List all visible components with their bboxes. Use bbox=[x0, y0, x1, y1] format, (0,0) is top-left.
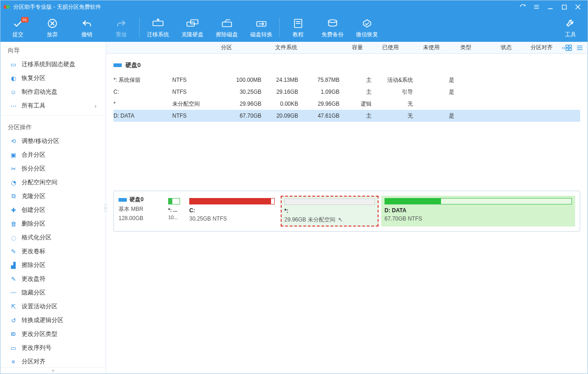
sidebar-item-migrate-ssd[interactable]: ▭迁移系统到固态硬盘 bbox=[0, 57, 106, 71]
sidebar-section-ops: 分区操作 bbox=[0, 119, 106, 134]
table-row[interactable]: D: DATA NTFS 67.70GB 20.09GB 47.61GB 主 无… bbox=[113, 110, 580, 122]
titlebar: 分区助手专业版 - 无损分区免费软件 bbox=[0, 0, 588, 13]
wipe-disk-button[interactable]: 擦除磁盘 bbox=[209, 13, 244, 42]
disk-icon bbox=[119, 197, 127, 203]
sidebar-expand-down[interactable]: ▾ bbox=[0, 367, 106, 374]
more-icon: ⋯ bbox=[10, 102, 17, 109]
view-grid-icon[interactable] bbox=[565, 45, 572, 51]
sidebar-item-clone-partition[interactable]: ⧉克隆分区 bbox=[0, 189, 106, 203]
sidebar-item-merge[interactable]: ▣合并分区 bbox=[0, 148, 106, 162]
col-filesystem[interactable]: 文件系统 bbox=[271, 44, 321, 51]
sidebar-item-split[interactable]: ✂拆分分区 bbox=[0, 162, 106, 176]
refresh-button[interactable] bbox=[516, 0, 530, 13]
sidebar-item-align[interactable]: ≡分区对齐 bbox=[0, 355, 106, 367]
cursor-icon: ↖ bbox=[338, 216, 343, 223]
sidebar-item-drive-letter[interactable]: ✎更改盘符 bbox=[0, 272, 106, 286]
svg-rect-23 bbox=[566, 48, 568, 51]
sidebar-item-hide[interactable]: 〰隐藏分区 bbox=[0, 286, 106, 300]
sidebar-item-format[interactable]: ◌格式化分区 bbox=[0, 231, 106, 244]
merge-icon: ▣ bbox=[10, 152, 17, 159]
table-row[interactable]: * 未分配空间 29.96GB 0.00KB 29.96GB 逻辑 无 bbox=[113, 98, 580, 110]
minimize-button[interactable] bbox=[543, 0, 557, 13]
tools-button[interactable]: 工具 bbox=[553, 13, 588, 42]
table-row[interactable]: *: 系统保留 NTFS 100.00MB 24.13MB 75.87MB 主 … bbox=[113, 74, 580, 86]
clone-icon: ⧉ bbox=[10, 193, 17, 200]
col-partition[interactable]: 分区 bbox=[217, 44, 271, 51]
tutorial-button[interactable]: 教程 bbox=[281, 13, 315, 42]
col-status[interactable]: 状态 bbox=[475, 44, 516, 51]
letter-icon: ✎ bbox=[10, 276, 17, 283]
disk-block-d[interactable]: D: DATA 67.70GB NTFS bbox=[381, 196, 575, 227]
sidebar-item-delete[interactable]: 🗑删除分区 bbox=[0, 217, 106, 231]
convert-icon: ↺ bbox=[10, 317, 17, 324]
disk-block-system-reserved[interactable]: *: ... 10... bbox=[165, 196, 183, 227]
serial-icon: ▭ bbox=[10, 345, 17, 351]
sidebar-resize-handle[interactable]: ‹ bbox=[104, 42, 107, 374]
sidebar-item-convert-logical[interactable]: ↺转换成逻辑分区 bbox=[0, 313, 106, 327]
undo-button[interactable]: 撤销 bbox=[69, 13, 104, 42]
discard-button[interactable]: 放弃 bbox=[35, 13, 69, 42]
sidebar: 向导 ▭迁移系统到固态硬盘 ◐恢复分区 ☺制作启动光盘 ⋯所有工具› 分区操作 … bbox=[0, 42, 106, 374]
sidebar-item-create[interactable]: ✚创建分区 bbox=[0, 203, 106, 217]
col-capacity[interactable]: 容量 bbox=[321, 44, 366, 51]
disc-icon: ☺ bbox=[10, 89, 17, 96]
col-unused[interactable]: 未使用 bbox=[402, 44, 443, 51]
sidebar-item-make-boot-cd[interactable]: ☺制作启动光盘 bbox=[0, 85, 106, 99]
col-used[interactable]: 已使用 bbox=[367, 44, 403, 51]
tag-icon: ✎ bbox=[10, 248, 17, 255]
svg-rect-15 bbox=[222, 22, 232, 27]
svg-rect-24 bbox=[569, 48, 571, 51]
allocate-icon: ◔ bbox=[10, 179, 17, 186]
sidebar-item-change-type[interactable]: ID更改分区类型 bbox=[0, 327, 106, 341]
view-list-icon[interactable] bbox=[577, 45, 583, 51]
svg-point-1 bbox=[6, 5, 10, 9]
migrate-os-button[interactable]: 迁移系统 bbox=[141, 13, 175, 42]
disk-block-c[interactable]: C: 30.25GB NTFS bbox=[186, 196, 278, 227]
close-button[interactable] bbox=[571, 0, 585, 13]
chevron-right-icon: › bbox=[95, 102, 96, 109]
sidebar-item-allocate[interactable]: ◔分配空闲空间 bbox=[0, 176, 106, 189]
submit-button[interactable]: 01 提交 bbox=[0, 13, 35, 42]
disk-icon bbox=[113, 62, 122, 68]
table-row[interactable]: C: NTFS 30.25GB 29.16GB 1.09GB 主 引导 是 bbox=[113, 86, 580, 98]
id-icon: ID bbox=[10, 332, 17, 337]
sidebar-section-wizard: 向导 bbox=[0, 42, 106, 57]
disk-map: 硬盘0 基本 MBR 128.00GB *: ... 10... C: 30.2… bbox=[113, 191, 580, 232]
clone-disk-button[interactable]: 克隆硬盘 bbox=[175, 13, 209, 42]
disk-block-unallocated[interactable]: *: 29.96GB 未分配空间↖ bbox=[281, 196, 379, 227]
sidebar-item-change-serial[interactable]: ▭更改序列号 bbox=[0, 341, 106, 355]
app-icon bbox=[3, 3, 11, 11]
disk-header[interactable]: 硬盘0 bbox=[113, 58, 580, 74]
redo-button: 重做 bbox=[104, 13, 138, 42]
svg-rect-12 bbox=[153, 21, 163, 26]
svg-rect-21 bbox=[566, 45, 568, 47]
window-title: 分区助手专业版 - 无损分区免费软件 bbox=[13, 3, 516, 11]
col-align[interactable]: 分区对齐 bbox=[515, 44, 556, 51]
toolbar: 01 提交 放弃 撤销 重做 迁移系统 克隆硬盘 擦除磁盘 磁盘转换 教程 免费… bbox=[0, 13, 588, 42]
sidebar-item-all-tools[interactable]: ⋯所有工具› bbox=[0, 99, 106, 113]
pie-icon: ◐ bbox=[10, 75, 17, 82]
menu-button[interactable] bbox=[530, 0, 543, 13]
sidebar-item-label[interactable]: ✎更改卷标 bbox=[0, 244, 106, 258]
sidebar-item-wipe-partition[interactable]: ▟擦除分区 bbox=[0, 258, 106, 272]
active-icon: ⇱ bbox=[10, 303, 17, 310]
erase-icon: ▟ bbox=[10, 262, 17, 269]
convert-disk-button[interactable]: 磁盘转换 bbox=[244, 13, 278, 42]
free-backup-button[interactable]: 免费备份 bbox=[315, 13, 350, 42]
create-icon: ✚ bbox=[10, 207, 17, 214]
format-icon: ◌ bbox=[10, 234, 17, 241]
sidebar-item-resize[interactable]: ⟲调整/移动分区 bbox=[0, 134, 106, 148]
ssd-icon: ▭ bbox=[10, 61, 17, 68]
resize-icon: ⟲ bbox=[10, 138, 17, 145]
col-type[interactable]: 类型 bbox=[443, 44, 475, 51]
trash-icon: 🗑 bbox=[10, 221, 17, 227]
maximize-button[interactable] bbox=[557, 0, 571, 13]
split-icon: ✂ bbox=[10, 165, 17, 172]
sidebar-item-set-active[interactable]: ⇱设置活动分区 bbox=[0, 300, 106, 313]
sidebar-item-recover-partition[interactable]: ◐恢复分区 bbox=[0, 71, 106, 85]
svg-rect-6 bbox=[562, 5, 566, 9]
disk-map-info[interactable]: 硬盘0 基本 MBR 128.00GB bbox=[119, 196, 162, 227]
wechat-recovery-button[interactable]: 微信恢复 bbox=[350, 13, 384, 42]
collapse-columns-icon[interactable]: ‹‹ bbox=[562, 45, 565, 51]
svg-rect-29 bbox=[119, 198, 127, 202]
